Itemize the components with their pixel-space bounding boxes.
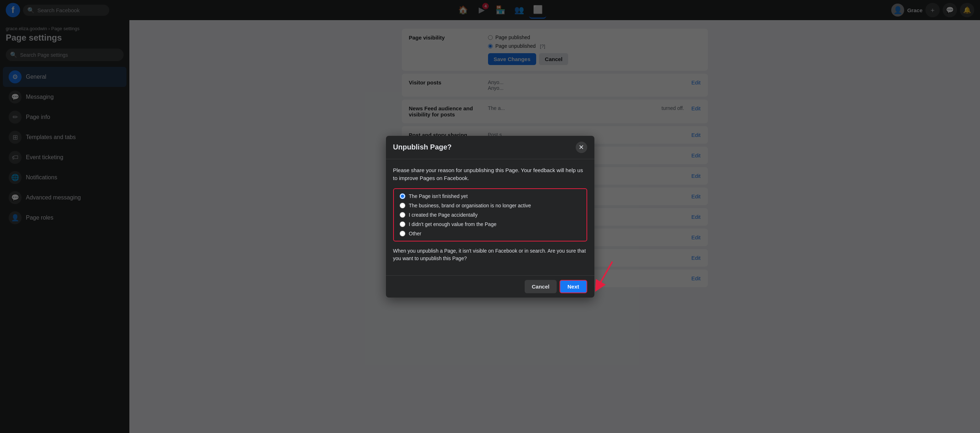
modal-option-5-radio[interactable] (399, 231, 406, 236)
modal-close-button[interactable]: ✕ (576, 142, 587, 153)
modal-option-5-label: Other (409, 231, 422, 236)
modal-option-1-radio[interactable] (399, 193, 406, 199)
modal-title: Unpublish Page? (393, 143, 452, 151)
modal-option-3-radio[interactable] (399, 212, 406, 218)
modal-options-group: The Page isn't finished yet The business… (393, 188, 587, 242)
modal-option-3-label: I created the Page accidentally (409, 212, 477, 218)
modal-warning-text: When you unpublish a Page, it isn't visi… (393, 247, 587, 262)
modal-option-5[interactable]: Other (399, 231, 581, 236)
modal-option-4[interactable]: I didn't get enough value from the Page (399, 221, 581, 227)
modal-next-button[interactable]: Next (560, 280, 587, 293)
modal-option-4-label: I didn't get enough value from the Page (409, 221, 496, 227)
unpublish-modal: Unpublish Page? ✕ Please share your reas… (386, 136, 594, 298)
modal-option-2[interactable]: The business, brand or organisation is n… (399, 203, 581, 209)
modal-body: Please share your reason for unpublishin… (386, 159, 594, 275)
modal-description: Please share your reason for unpublishin… (393, 166, 587, 183)
modal-cancel-button[interactable]: Cancel (525, 280, 557, 293)
modal-option-4-radio[interactable] (399, 221, 406, 227)
modal-option-3[interactable]: I created the Page accidentally (399, 212, 581, 218)
modal-option-2-label: The business, brand or organisation is n… (409, 203, 531, 209)
modal-overlay: Unpublish Page? ✕ Please share your reas… (0, 0, 980, 433)
close-icon: ✕ (579, 143, 584, 151)
svg-line-1 (598, 262, 612, 287)
modal-option-1-label: The Page isn't finished yet (409, 193, 468, 199)
modal-header: Unpublish Page? ✕ (386, 136, 594, 159)
modal-footer: Cancel Next (386, 275, 594, 298)
modal-option-1[interactable]: The Page isn't finished yet (399, 193, 581, 199)
modal-option-2-radio[interactable] (399, 203, 406, 209)
